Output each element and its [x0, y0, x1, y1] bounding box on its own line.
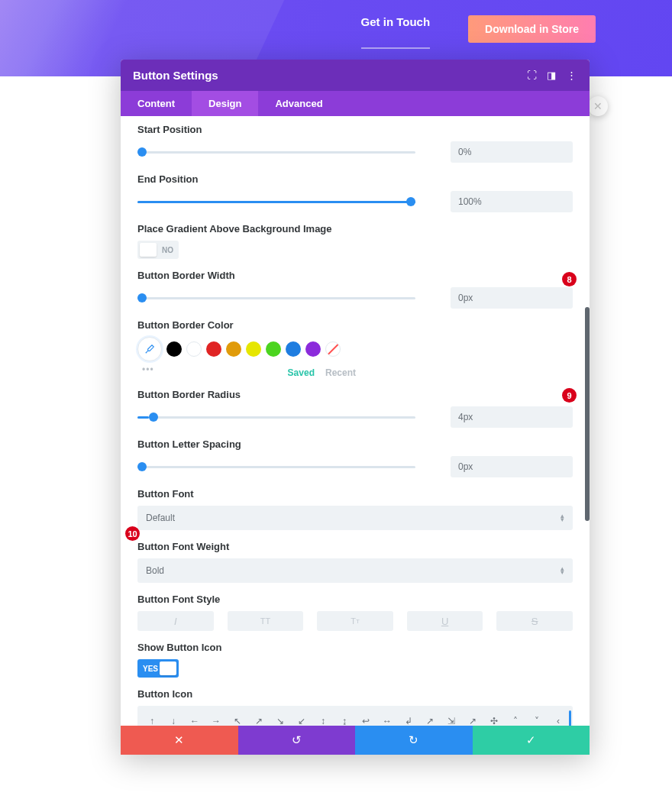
icon-option[interactable]: ˅	[527, 712, 547, 726]
cancel-button[interactable]: ✕	[121, 726, 238, 755]
letter-spacing-label: Button Letter Spacing	[137, 438, 573, 450]
strikethrough-button[interactable]: S	[496, 611, 573, 631]
icon-option[interactable]: ↨	[334, 712, 354, 726]
font-weight-label: Button Font Weight	[137, 541, 573, 552]
icon-option[interactable]: ↩	[356, 712, 376, 726]
swatch-yellow[interactable]	[246, 341, 261, 357]
end-position-slider[interactable]	[137, 196, 415, 207]
undo-button[interactable]: ↺	[238, 726, 356, 755]
font-style-label: Button Font Style	[137, 594, 573, 605]
button-settings-modal: Button Settings ⛶ ◨ ⋮ Content Design Adv…	[121, 60, 590, 755]
swatch-orange[interactable]	[226, 341, 241, 357]
icon-option[interactable]: ˄	[506, 712, 525, 726]
border-width-input[interactable]	[451, 287, 573, 309]
swatch-white[interactable]	[186, 341, 202, 357]
icon-option[interactable]: ↗	[420, 712, 440, 726]
download-button[interactable]: Download in Store	[468, 15, 596, 43]
palette-recent-tab[interactable]: Recent	[325, 367, 356, 378]
annotation-8: 8	[562, 272, 577, 286]
icon-option[interactable]: ⇲	[441, 712, 461, 726]
border-width-slider[interactable]	[137, 293, 415, 303]
show-icon-label: Show Button Icon	[137, 642, 573, 653]
border-color-label: Button Border Color	[137, 319, 573, 331]
icon-option[interactable]: ↓	[163, 712, 183, 726]
swatch-green[interactable]	[266, 341, 281, 357]
end-position-input[interactable]	[451, 191, 573, 212]
swatch-red[interactable]	[206, 341, 221, 357]
border-radius-label: Button Border Radius	[137, 389, 573, 400]
modal-title: Button Settings	[133, 69, 518, 82]
letter-spacing-slider[interactable]	[137, 461, 415, 472]
scrollbar[interactable]	[585, 307, 590, 521]
icon-option[interactable]: ↲	[399, 712, 418, 726]
tab-design[interactable]: Design	[192, 91, 258, 116]
get-in-touch-link[interactable]: Get in Touch	[361, 15, 431, 49]
start-position-input[interactable]	[451, 141, 573, 163]
end-position-label: End Position	[137, 173, 573, 185]
icon-option[interactable]: ‹	[548, 712, 568, 726]
font-weight-select[interactable]: Bold ▴▾	[137, 558, 573, 583]
annotation-9: 9	[562, 388, 577, 403]
gradient-above-label: Place Gradient Above Background Image	[137, 223, 573, 235]
smallcaps-button[interactable]: TT	[317, 611, 393, 631]
save-button[interactable]: ✓	[473, 726, 590, 755]
start-position-slider[interactable]	[137, 147, 415, 157]
icon-picker[interactable]: ↑↓←→↖↗↘↙↕↨↩↔↲↗⇲↗✣˄˅‹ ›ˆˇ«»⊝⊘⊙⊛⊜⊚⊗▴▾◂▸⊕⊖⊙…	[137, 706, 573, 726]
italic-button[interactable]: I	[137, 611, 214, 631]
swatch-blue[interactable]	[286, 341, 301, 357]
eyedropper-icon[interactable]	[137, 337, 162, 361]
font-label: Button Font	[137, 488, 573, 500]
uppercase-button[interactable]: TT	[228, 611, 304, 631]
more-icon[interactable]: ⋮	[565, 70, 577, 81]
button-icon-label: Button Icon	[137, 688, 573, 700]
icon-option[interactable]: ↑	[142, 712, 162, 726]
tab-content[interactable]: Content	[121, 91, 192, 116]
icon-option[interactable]: ↗	[249, 712, 269, 726]
columns-icon[interactable]: ◨	[545, 70, 557, 81]
annotation-10: 10	[125, 526, 140, 541]
icon-option[interactable]: ↖	[228, 712, 247, 726]
color-more-icon[interactable]: •••	[142, 364, 154, 378]
border-radius-slider[interactable]	[137, 412, 415, 422]
close-icon[interactable]: ✕	[588, 96, 608, 116]
icon-option[interactable]: ↔	[377, 712, 397, 726]
swatch-none[interactable]	[325, 341, 341, 357]
expand-icon[interactable]: ⛶	[525, 70, 538, 81]
icon-option[interactable]: ↙	[292, 712, 312, 726]
show-icon-toggle[interactable]: YES	[137, 659, 179, 678]
letter-spacing-input[interactable]	[451, 456, 573, 477]
icon-option[interactable]: →	[206, 712, 226, 726]
font-select[interactable]: Default ▴▾	[137, 506, 573, 530]
swatch-purple[interactable]	[305, 341, 321, 357]
icon-option[interactable]: ✣	[484, 712, 504, 726]
border-radius-input[interactable]	[451, 406, 573, 428]
chevron-updown-icon: ▴▾	[561, 514, 564, 522]
gradient-above-toggle[interactable]: NO	[137, 241, 179, 259]
tab-advanced[interactable]: Advanced	[258, 91, 339, 116]
swatch-black[interactable]	[166, 341, 182, 357]
chevron-updown-icon: ▴▾	[561, 567, 564, 574]
redo-button[interactable]: ↻	[355, 726, 473, 755]
icon-option[interactable]: ↕	[313, 712, 333, 726]
underline-button[interactable]: U	[407, 611, 483, 631]
icon-option[interactable]: ←	[185, 712, 205, 726]
icon-option[interactable]: ↘	[270, 712, 290, 726]
palette-saved-tab[interactable]: Saved	[288, 367, 315, 378]
border-width-label: Button Border Width	[137, 270, 573, 281]
start-position-label: Start Position	[137, 124, 573, 135]
icon-option[interactable]: ↗	[463, 712, 483, 726]
